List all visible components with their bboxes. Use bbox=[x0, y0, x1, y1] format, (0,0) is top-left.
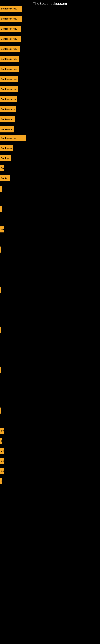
bar-item-29: Bo bbox=[0, 458, 4, 464]
bar-item-21 bbox=[0, 246, 1, 252]
bar-label-31: b bbox=[1, 480, 1, 482]
bar-label-30: Bot bbox=[1, 470, 4, 472]
bar-label-15: Bottlene bbox=[1, 157, 10, 160]
bar-item-10: Bottleneck re bbox=[0, 106, 16, 112]
bar-label-20: Bo bbox=[1, 228, 4, 231]
bar-item-4: Bottleneck resu bbox=[0, 46, 20, 52]
bar-label-0: Bottleneck resu bbox=[1, 8, 17, 10]
bar-label-5: Bottleneck resu bbox=[1, 58, 17, 60]
bar-item-0: Bottleneck resu bbox=[0, 6, 22, 12]
bar-label-9: Bottleneck res bbox=[1, 98, 16, 100]
bar-item-17: Bottle bbox=[0, 175, 10, 181]
bar-item-28: Bo bbox=[0, 448, 4, 454]
bar-item-15: Bottlene bbox=[0, 155, 11, 161]
bar-label-26: Bo bbox=[1, 430, 4, 432]
bar-label-2: Bottleneck resu bbox=[1, 28, 17, 30]
bar-label-8: Bottleneck res bbox=[1, 88, 16, 90]
bar-item-26: Bo bbox=[0, 428, 4, 434]
bar-item-12: Bottleneck re bbox=[0, 126, 14, 132]
bar-item-2: Bottleneck resu bbox=[0, 26, 21, 32]
bar-item-24 bbox=[0, 367, 1, 373]
bar-label-28: Bo bbox=[1, 450, 4, 452]
bar-item-1: Bottleneck resu bbox=[0, 16, 22, 22]
bar-label-7: Bottleneck resu bbox=[1, 78, 17, 80]
bar-label-6: Bottleneck resu bbox=[1, 68, 17, 70]
bar-label-29: Bo bbox=[1, 460, 4, 462]
bar-label-3: Bottleneck resu bbox=[1, 38, 17, 40]
bar-item-11: Bottleneck r bbox=[0, 116, 15, 122]
bar-label-4: Bottleneck resu bbox=[1, 48, 17, 50]
bar-item-27: b bbox=[0, 438, 2, 444]
bar-label-27: b bbox=[1, 440, 2, 442]
bar-item-9: Bottleneck res bbox=[0, 96, 17, 102]
bar-item-5: Bottleneck resu bbox=[0, 56, 19, 62]
bar-item-3: Bottleneck resu bbox=[0, 36, 21, 42]
bar-label-14: Bottleneck n bbox=[1, 147, 13, 149]
bar-item-18 bbox=[0, 186, 1, 192]
bar-item-20: Bo bbox=[0, 226, 4, 232]
bar-item-16: Bo bbox=[0, 165, 4, 171]
bar-label-10: Bottleneck re bbox=[1, 108, 15, 110]
bar-label-11: Bottleneck r bbox=[1, 118, 14, 120]
bar-item-7: Bottleneck resu bbox=[0, 76, 18, 82]
bar-label-16: Bo bbox=[1, 167, 4, 170]
bar-label-12: Bottleneck re bbox=[1, 128, 14, 130]
bar-label-17: Bottle bbox=[1, 177, 7, 180]
bar-item-23 bbox=[0, 327, 1, 333]
bar-label-1: Bottleneck resu bbox=[1, 18, 17, 20]
bar-item-8: Bottleneck res bbox=[0, 86, 18, 92]
bar-item-31: b bbox=[0, 478, 1, 484]
bar-item-6: Bottleneck resu bbox=[0, 66, 19, 72]
bar-item-14: Bottleneck n bbox=[0, 145, 13, 151]
bar-item-13: Bottleneck res bbox=[0, 135, 26, 141]
bar-item-30: Bot bbox=[0, 468, 4, 474]
bar-item-25 bbox=[0, 408, 1, 414]
bar-item-19: b bbox=[0, 206, 2, 212]
bar-label-13: Bottleneck res bbox=[1, 137, 16, 139]
bar-label-19: b bbox=[1, 208, 2, 210]
bar-item-22 bbox=[0, 287, 1, 293]
